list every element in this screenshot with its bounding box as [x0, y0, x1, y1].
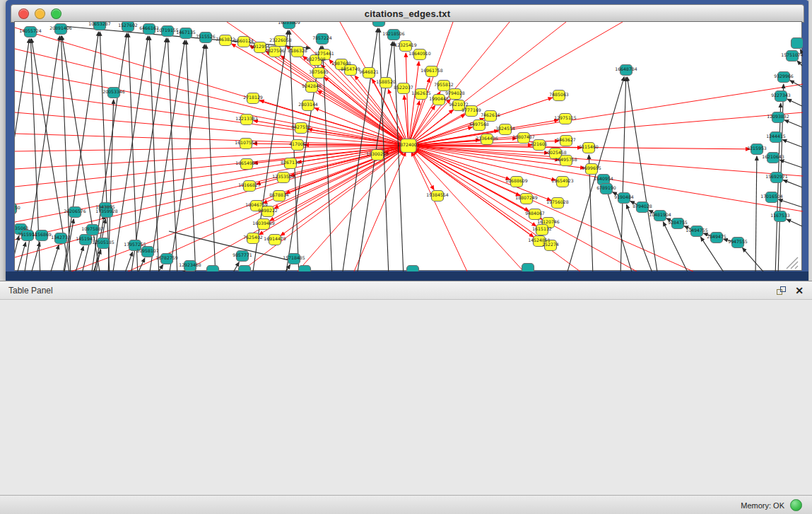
graph-edge[interactable] [628, 77, 658, 271]
graph-node-label: 15718485 [283, 255, 305, 260]
graph-node-label: 7955812 [434, 82, 454, 87]
graph-node-label: 16107554 [235, 140, 257, 145]
graph-node[interactable] [207, 266, 219, 272]
graph-node-label: 9827508 [306, 57, 326, 62]
float-panel-icon[interactable] [776, 286, 787, 296]
graph-edge[interactable] [775, 103, 781, 271]
graph-edge[interactable] [394, 42, 404, 271]
graph-edge[interactable] [779, 199, 802, 207]
graph-node-label: 2849475 [707, 234, 726, 239]
graph-node-label: 18807249 [515, 195, 538, 200]
graph-node-label: 17359928 [95, 209, 118, 214]
graph-edge[interactable] [787, 99, 802, 106]
resize-grip[interactable] [787, 257, 798, 269]
graph-edge[interactable] [779, 160, 802, 168]
graph-edge[interactable] [15, 112, 408, 146]
graph-edge[interactable] [408, 62, 419, 146]
network-canvas[interactable]: 1405572420891406106532871527602646616310… [14, 21, 802, 271]
graph-node[interactable] [407, 266, 419, 272]
status-bar: Memory: OK [0, 495, 812, 514]
graph-edge[interactable] [112, 36, 148, 271]
graph-node-label: 2987608 [331, 61, 351, 66]
graph-node-label: 16961758 [420, 68, 443, 73]
table-panel-header[interactable]: Table Panel ✕ [0, 281, 812, 300]
graph-edge[interactable] [260, 100, 408, 146]
graph-node-label: 8660124 [234, 38, 254, 43]
graph-node[interactable] [299, 266, 311, 272]
memory-ok-indicator[interactable] [790, 499, 802, 511]
graph-node-label: 15751074 [781, 52, 803, 57]
graph-node-label: 7857224 [312, 35, 332, 40]
graph-node[interactable] [239, 266, 251, 272]
graph-node-label: 9275461 [314, 51, 334, 56]
graph-node-label: 16648784 [615, 66, 637, 71]
graph-edge[interactable] [30, 243, 40, 271]
graph-edge[interactable] [15, 134, 408, 146]
graph-node-label: 16914479 [264, 236, 286, 241]
graph-edge[interactable] [743, 248, 767, 271]
graph-edge[interactable] [797, 61, 802, 66]
graph-node-label: 2718129 [243, 95, 263, 100]
close-panel-icon[interactable]: ✕ [795, 286, 804, 296]
graph-node-label: 10025458 [544, 150, 567, 155]
graph-edge[interactable] [155, 264, 163, 271]
graph-edge[interactable] [15, 236, 19, 271]
graph-node-label: 16210643 [762, 154, 784, 159]
graph-edge[interactable] [354, 152, 406, 271]
graph-edge[interactable] [124, 252, 133, 271]
graph-edge[interactable] [784, 120, 802, 127]
graph-node-label: 7515526 [196, 34, 216, 39]
graph-node-label: 19654923 [551, 178, 574, 183]
graph-node-label: 3824554 [495, 126, 515, 131]
graph-node[interactable] [792, 38, 804, 49]
graph-edge[interactable] [231, 262, 239, 271]
graph-node-label: 9329966 [774, 74, 794, 78]
zoom-window-button[interactable] [51, 8, 61, 19]
graph-node-label: 12213383 [235, 116, 258, 121]
graph-edge[interactable] [15, 91, 408, 146]
graph-edge[interactable] [270, 146, 408, 221]
graph-edge[interactable] [167, 38, 177, 271]
minimize-window-button[interactable] [35, 8, 45, 19]
graph-node-label: 9463627 [556, 137, 576, 142]
graph-edge[interactable] [100, 32, 110, 271]
graph-edge[interactable] [755, 156, 757, 271]
graph-node-label: 8678834 [269, 192, 289, 197]
graph-node-label: 19166827 [238, 182, 261, 187]
graph-node-label: 1244415 [766, 134, 786, 139]
graph-node-label: 8454749 [341, 66, 360, 71]
graph-node-label: 10688609 [505, 178, 528, 183]
graph-node-label: 9227343 [771, 93, 791, 98]
graph-node-label: 9498222 [258, 208, 278, 213]
graph-edge[interactable] [289, 30, 299, 271]
window-titlebar[interactable]: citations_edges.txt [11, 4, 804, 23]
graph-node-label: 18724007 [397, 142, 420, 147]
graph-edge[interactable] [318, 90, 408, 146]
graph-node-label: 1527602 [118, 23, 138, 28]
graph-node[interactable] [522, 264, 534, 272]
graph-node-label: 12093832 [767, 114, 789, 119]
graph-edge[interactable] [206, 45, 216, 271]
graph-edge[interactable] [411, 152, 467, 271]
graph-node-label: 9190484 [614, 194, 634, 199]
graph-edge[interactable] [128, 33, 138, 271]
close-window-button[interactable] [18, 8, 29, 19]
graph-node-label: 20053346 [102, 89, 125, 94]
graph-edge[interactable] [782, 140, 802, 147]
graph-node-label: 23364436 [476, 136, 498, 141]
graph-edge[interactable] [149, 36, 159, 271]
graph-node-label: 1156869 [32, 232, 52, 237]
graph-node-label: 15692971 [765, 174, 788, 179]
graph-node-label: 10494755 [686, 228, 708, 233]
graph-node-label: 417006 [289, 141, 306, 146]
graph-edge[interactable] [783, 180, 802, 187]
graph-node-label: 9242848 [302, 83, 322, 88]
graph-edge[interactable] [408, 146, 555, 180]
graph-edge[interactable] [15, 146, 408, 151]
graph-edge[interactable] [620, 77, 626, 271]
citation-network-graph[interactable]: 1405572420891406106532871527602646616310… [15, 22, 803, 271]
graph-edge[interactable] [49, 245, 59, 271]
graph-node-label: 16120746 [537, 219, 560, 224]
graph-edge[interactable] [787, 219, 802, 226]
graph-node-label: 10046759 [245, 202, 268, 207]
